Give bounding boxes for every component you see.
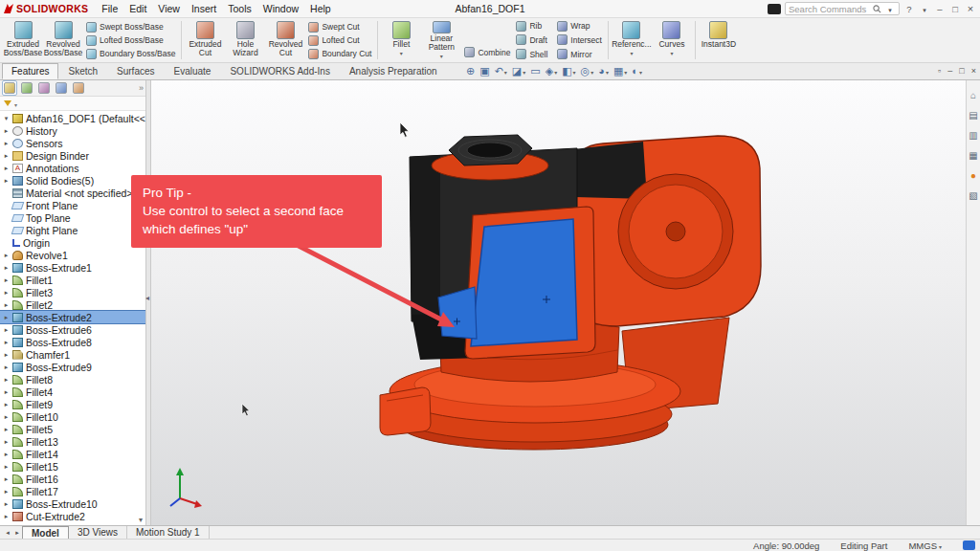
ribbon-button-lofted-boss-base[interactable]: Lofted Boss/Base <box>86 34 175 47</box>
menu-file[interactable]: File <box>96 3 123 14</box>
panel-tab-featuremanager[interactable] <box>2 80 17 96</box>
units-selector[interactable]: MMGS <box>908 540 942 551</box>
close-button[interactable] <box>965 3 976 14</box>
ribbon-button-hole-wizard[interactable]: Hole Wizard <box>225 19 265 61</box>
headsup-zoom-area[interactable] <box>479 65 489 77</box>
tree-item-fillet2[interactable]: ▸ Fillet2 <box>0 298 145 311</box>
tree-item-solid-bodies-5[interactable]: ▸ Solid Bodies(5) <box>0 174 145 187</box>
dropdown-caret-icon[interactable] <box>554 65 557 77</box>
expand-icon[interactable]: ▸ <box>3 463 10 471</box>
model-canvas[interactable] <box>151 80 966 525</box>
expand-icon[interactable]: ▸ <box>3 140 10 147</box>
expand-icon[interactable]: ▸ <box>3 301 10 309</box>
tree-root-part[interactable]: Abfan16_DOF1 (Default<<Default> <box>0 112 145 124</box>
headsup-apply-scene[interactable] <box>613 65 627 77</box>
ribbon-button-instant3d[interactable]: Instant3D <box>699 19 739 61</box>
tree-item-fillet14[interactable]: ▸ Fillet14 <box>0 448 145 460</box>
dropdown-caret-icon[interactable] <box>573 65 576 77</box>
dropdown-caret-icon[interactable] <box>504 65 507 77</box>
headsup-zoom-fit[interactable] <box>466 65 475 77</box>
tree-item-fillet3[interactable]: ▸ Fillet3 <box>0 286 145 298</box>
menu-window[interactable]: Window <box>257 3 304 14</box>
tree-item-fillet5[interactable]: ▸ Fillet5 <box>0 423 145 435</box>
menu-help[interactable]: Help <box>304 3 337 14</box>
appearances-icon[interactable] <box>970 170 976 181</box>
expand-icon[interactable]: ▸ <box>3 388 10 396</box>
headsup-dynamic-annotation[interactable] <box>530 65 540 77</box>
design-library-icon[interactable] <box>969 110 977 121</box>
headsup-view-settings[interactable] <box>632 65 642 77</box>
ribbon-button-fillet[interactable]: Fillet <box>381 19 421 61</box>
tree-item-history[interactable]: ▸ History <box>0 124 145 137</box>
expand-icon[interactable]: ▸ <box>3 438 10 446</box>
tree-item-fillet13[interactable]: ▸ Fillet13 <box>0 435 145 448</box>
tree-item-boss-extrude1[interactable]: ▸ Boss-Extrude1 <box>0 261 145 274</box>
dropdown-caret-icon[interactable] <box>523 65 525 77</box>
ribbon-button-revolved-boss[interactable]: Revolved Boss/Base <box>43 19 83 61</box>
dropdown-caret-icon[interactable] <box>639 65 642 77</box>
expand-icon[interactable]: ▸ <box>3 451 10 458</box>
expand-icon[interactable]: ▸ <box>3 401 10 408</box>
selected-face-primary[interactable] <box>471 219 577 346</box>
help-button[interactable] <box>903 4 915 14</box>
tab-surfaces[interactable]: Surfaces <box>107 63 164 79</box>
panel-tab-dimxpertmanager[interactable] <box>54 80 69 96</box>
dropdown-caret-icon[interactable] <box>624 65 627 77</box>
tree-item-boss-extrude9[interactable]: ▸ Boss-Extrude9 <box>0 361 145 373</box>
expand-icon[interactable]: ▸ <box>3 289 10 297</box>
tree-item-fillet16[interactable]: ▸ Fillet16 <box>0 473 145 485</box>
tree-item-fillet17[interactable]: ▸ Fillet17 <box>0 485 145 497</box>
collapse-icon[interactable] <box>3 115 10 122</box>
tree-item-origin[interactable]: Origin <box>0 236 145 249</box>
tree-item-boss-extrude8[interactable]: ▸ Boss-Extrude8 <box>0 336 145 348</box>
expand-icon[interactable]: ▸ <box>3 152 10 160</box>
ribbon-button-intersect[interactable]: Intersect <box>557 33 602 46</box>
tree-item-fillet1[interactable]: ▸ Fillet1 <box>0 274 145 286</box>
tree-filter-bar[interactable] <box>0 97 145 111</box>
expand-icon[interactable]: ▸ <box>3 165 10 172</box>
login-icon[interactable] <box>768 4 781 14</box>
tab-evaluate[interactable]: Evaluate <box>165 63 221 79</box>
headsup-view-orientation[interactable] <box>546 65 557 77</box>
ribbon-button-swept-boss-base[interactable]: Swept Boss/Base <box>86 21 175 33</box>
headsup-section-view[interactable] <box>512 65 525 77</box>
collapse-panel-icon[interactable] <box>145 294 149 302</box>
tree-item-fillet8[interactable]: ▸ Fillet8 <box>0 373 145 386</box>
expand-icon[interactable]: ▸ <box>3 426 10 433</box>
dropdown-caret-icon[interactable] <box>400 49 403 58</box>
ribbon-button-rib[interactable]: Rib <box>516 20 547 33</box>
tree-item-fillet15[interactable]: ▸ Fillet15 <box>0 460 145 473</box>
tree-item-top-plane[interactable]: Top Plane <box>0 211 145 224</box>
headsup-display-style[interactable] <box>562 65 575 77</box>
tree-item-sensors[interactable]: ▸ Sensors <box>0 137 145 149</box>
ribbon-button-combine[interactable]: Combine <box>464 46 510 58</box>
ribbon-button-draft[interactable]: Draft <box>516 33 547 46</box>
view-palette-icon[interactable] <box>969 150 977 161</box>
tab-sketch[interactable]: Sketch <box>58 63 107 79</box>
ribbon-button-extruded-boss[interactable]: Extruded Boss/Base <box>3 19 43 61</box>
ribbon-button-swept-cut[interactable]: Swept Cut <box>308 21 371 33</box>
tree-item-design-binder[interactable]: ▸ Design Binder <box>0 149 145 162</box>
panel-tab-configurationmanager[interactable] <box>36 80 52 96</box>
expand-icon[interactable]: ▸ <box>3 314 10 321</box>
dropdown-caret-icon[interactable] <box>670 49 673 58</box>
ribbon-button-lofted-cut[interactable]: Lofted Cut <box>308 34 371 47</box>
panel-overflow-icon[interactable] <box>139 83 144 93</box>
tree-item-boss-extrude6[interactable]: ▸ Boss-Extrude6 <box>0 323 145 336</box>
help-caret-icon[interactable] <box>919 4 930 14</box>
bottom-tab-3d-views[interactable]: 3D Views <box>69 526 127 539</box>
menu-view[interactable]: View <box>152 3 186 14</box>
tree-item-boss-extrude10[interactable]: ▸ Boss-Extrude10 <box>0 497 145 510</box>
tree-item-right-plane[interactable]: Right Plane <box>0 224 145 236</box>
dropdown-caret-icon[interactable] <box>440 52 443 61</box>
expand-icon[interactable]: ▸ <box>3 351 10 359</box>
expand-icon[interactable]: ▸ <box>3 364 10 371</box>
ribbon-button-wrap[interactable]: Wrap <box>557 20 602 33</box>
graphics-area[interactable] <box>151 80 966 525</box>
tab-solidworks-add-ins[interactable]: SOLIDWORKS Add-Ins <box>220 63 339 79</box>
headsup-edit-appearance[interactable] <box>598 65 609 77</box>
tree-item-chamfer1[interactable]: ▸ Chamfer1 <box>0 348 145 361</box>
headsup-hide-show[interactable] <box>581 65 594 77</box>
expand-icon[interactable]: ▸ <box>3 276 10 284</box>
doc-close-button[interactable] <box>971 66 976 76</box>
